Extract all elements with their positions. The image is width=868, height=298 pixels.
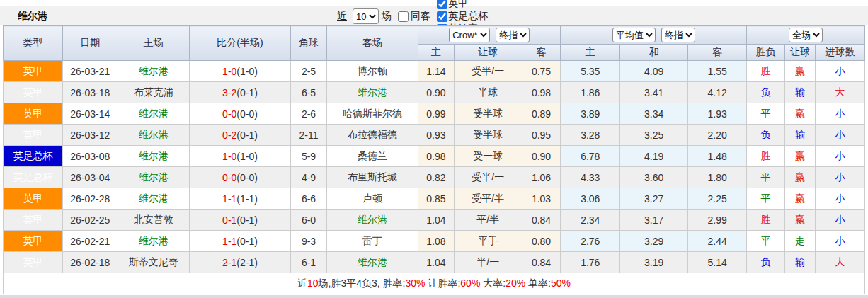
col-header-type: 类型 [4,26,63,61]
summary-part: 让胜率: [426,277,461,289]
bookmaker-final-select[interactable]: 终指 [496,28,530,42]
score-cell: 0-0(0-0) [189,167,291,188]
away-team-cell: 布里斯托城 [326,167,418,188]
col-header-crow-away: 客 [522,45,561,61]
date-cell: 26-03-12 [62,125,118,146]
halftime-score: (0-1) [236,87,258,98]
bookmaker-select[interactable]: Crow* [449,28,490,42]
result-wdl: 负 [747,125,785,146]
match-row: 英足总杯26-03-04维尔港0-0(0-0)4-9布里斯托城0.82受半/一1… [4,167,865,188]
corner-cell: 2-6 [291,103,327,125]
league-checkbox-1[interactable] [437,11,447,22]
average-select[interactable]: 平均值 [612,28,656,42]
col-header-goals: 进球数 [816,45,865,61]
home-team-cell: 布莱克浦 [118,82,189,103]
league-type-cell: 英甲 [4,103,63,125]
crow-away-odds: 0.84 [522,210,561,231]
result-handicap: 赢 [784,167,815,188]
crow-home-odds: 1.08 [418,231,455,252]
col-header-home: 主场 [118,26,189,61]
date-cell: 26-03-04 [62,167,118,188]
league-label-1: 英足总杯 [448,10,488,23]
team-name: 维尔港 [0,10,47,23]
average-final-select[interactable]: 终指 [661,28,695,42]
recent-matches-link[interactable]: 近 [337,10,347,23]
crow-handicap: 受半/一 [454,61,522,82]
league-type-cell: 英甲 [4,125,63,146]
avg-draw-odds: 3.29 [620,231,688,252]
same-away-label: 同客 [411,10,430,23]
halftime-score: (0-1) [236,214,258,226]
result-handicap: 输 [784,125,815,146]
avg-away-odds: 2.44 [688,231,747,252]
home-team-cell: 维尔港 [118,231,189,252]
match-history-panel: 维尔港 近 10 场 同客 英甲英足总杯英锦赛 类型 日期 [0,0,868,298]
match-row: 英甲26-02-18斯蒂文尼奇2-1(2-1)6-1维尔港1.04半/一0.84… [4,252,865,273]
avg-draw-odds: 3.25 [620,125,688,146]
near-count-select[interactable]: 10 [353,8,379,24]
fulltime-score: 2-1 [222,257,236,268]
crow-handicap: 受一球 [454,146,522,167]
result-handicap: 输 [784,252,815,273]
handicap-odds-group: Crow* 终指 [418,26,561,45]
col-header-crow-handicap: 让球 [454,45,522,61]
crow-handicap: 平/半 [454,210,522,231]
crow-home-odds: 0.99 [418,103,455,125]
corner-cell: 6-5 [291,82,327,103]
col-header-corner: 角球 [291,26,327,61]
avg-draw-odds: 3.34 [620,103,688,125]
score-cell: 1-1(1-1) [189,188,291,210]
avg-home-odds: 3.28 [561,125,620,146]
result-goals: 小 [816,61,865,82]
result-handicap: 走 [784,231,815,252]
crow-home-odds: 1.04 [418,252,455,273]
result-goals: 小 [816,210,865,231]
avg-away-odds: 1.80 [688,167,747,188]
home-team-cell: 维尔港 [118,103,189,125]
result-wdl: 胜 [747,146,785,167]
league-checkbox-0[interactable] [437,0,447,9]
away-team-cell: 维尔港 [326,210,418,231]
result-group: 全场 [747,26,865,45]
fulltime-score: 0-1 [222,214,236,226]
league-filter-0: 英甲 [432,0,488,10]
score-cell: 1-0(1-0) [189,61,291,82]
league-type-cell: 英甲 [4,231,63,252]
fulltime-score: 1-1 [222,193,236,205]
result-wdl: 平 [747,188,785,210]
result-handicap: 赢 [784,61,815,82]
crow-home-odds: 1.04 [418,210,455,231]
halftime-score: (0-1) [236,130,258,141]
corner-cell: 2-11 [291,125,327,146]
home-team-cell: 维尔港 [118,125,189,146]
col-header-away: 客场 [326,26,418,61]
same-away-checkbox[interactable] [398,11,409,22]
scope-select[interactable]: 全场 [789,28,823,42]
avg-away-odds: 1.55 [688,61,747,82]
summary-part: 大率: [480,277,506,289]
result-handicap: 赢 [784,103,815,125]
avg-home-odds: 1.76 [561,252,620,273]
crow-away-odds: 0.75 [522,61,561,82]
same-away-filter: 同客 [392,10,430,23]
crow-handicap: 受半/一 [454,167,522,188]
avg-home-odds: 1.86 [561,82,620,103]
crow-away-odds: 0.95 [522,125,561,146]
avg-home-odds: 5.35 [561,61,620,82]
result-handicap: 赢 [784,146,815,167]
summary-part: 50% [551,277,571,289]
crow-home-odds: 0.85 [418,188,455,210]
col-header-avg-home: 主 [561,45,620,61]
fulltime-score: 1-1 [222,236,236,247]
date-cell: 26-03-14 [62,103,118,125]
summary-part: 近 [297,277,307,289]
date-cell: 26-03-18 [62,82,118,103]
result-wdl: 负 [747,252,785,273]
away-team-cell: 哈德斯菲尔德 [326,103,418,125]
crow-home-odds: 1.14 [418,61,455,82]
home-team-cell: 维尔港 [118,61,189,82]
crow-handicap: 受平/半 [454,188,522,210]
avg-home-odds: 3.89 [561,103,620,125]
crow-handicap: 受半球 [454,103,522,125]
europe-odds-group: 平均值 终指 [561,26,747,45]
